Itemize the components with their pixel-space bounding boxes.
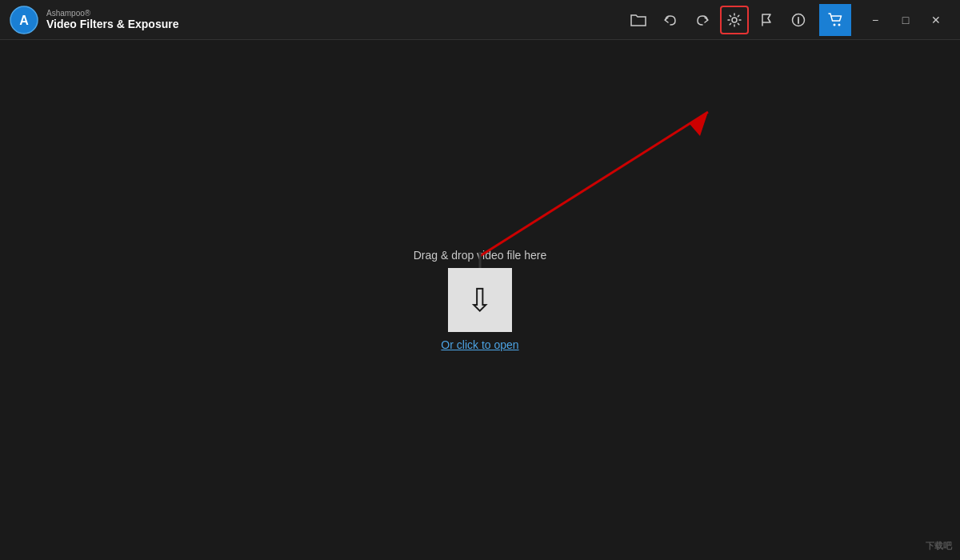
- flag-button[interactable]: [752, 6, 781, 34]
- app-title: Ashampoo® Video Filters & Exposure: [46, 9, 178, 30]
- window-controls: − □ ✕: [861, 6, 950, 34]
- title-bar: A Ashampoo® Video Filters & Exposure: [0, 0, 960, 40]
- download-arrow-icon: ⇩: [466, 284, 494, 316]
- app-name-label: Video Filters & Exposure: [46, 18, 178, 30]
- toolbar-icons: [624, 6, 813, 34]
- close-button[interactable]: ✕: [922, 6, 950, 34]
- cart-icon: [827, 12, 843, 28]
- minimize-button[interactable]: −: [861, 6, 890, 34]
- drop-zone-container: Drag & drop video file here ⇩ Or click t…: [414, 249, 547, 351]
- svg-text:A: A: [19, 14, 29, 27]
- app-logo: A Ashampoo® Video Filters & Exposure: [10, 6, 178, 34]
- app-brand-label: Ashampoo®: [46, 9, 178, 18]
- folder-icon: [630, 13, 646, 27]
- redo-icon: [695, 13, 710, 27]
- watermark: 下载吧: [926, 540, 952, 552]
- click-to-open-link[interactable]: Or click to open: [441, 338, 518, 351]
- drop-box[interactable]: ⇩: [448, 268, 512, 332]
- undo-button[interactable]: [656, 6, 685, 34]
- undo-icon: [663, 13, 678, 27]
- gear-icon: [727, 13, 742, 27]
- info-icon: [791, 13, 806, 27]
- info-button[interactable]: [784, 6, 813, 34]
- svg-marker-7: [690, 112, 708, 136]
- main-content: Drag & drop video file here ⇩ Or click t…: [0, 40, 960, 560]
- svg-point-5: [838, 23, 841, 26]
- maximize-button[interactable]: □: [891, 6, 920, 34]
- folder-button[interactable]: [624, 6, 653, 34]
- settings-button[interactable]: [720, 6, 749, 34]
- cart-button[interactable]: [819, 4, 851, 36]
- svg-point-4: [834, 23, 836, 26]
- svg-point-2: [732, 18, 737, 22]
- svg-line-6: [480, 112, 708, 256]
- drop-line: [478, 252, 481, 268]
- flag-icon: [759, 13, 774, 27]
- app-logo-icon: A: [10, 6, 38, 34]
- redo-button[interactable]: [688, 6, 717, 34]
